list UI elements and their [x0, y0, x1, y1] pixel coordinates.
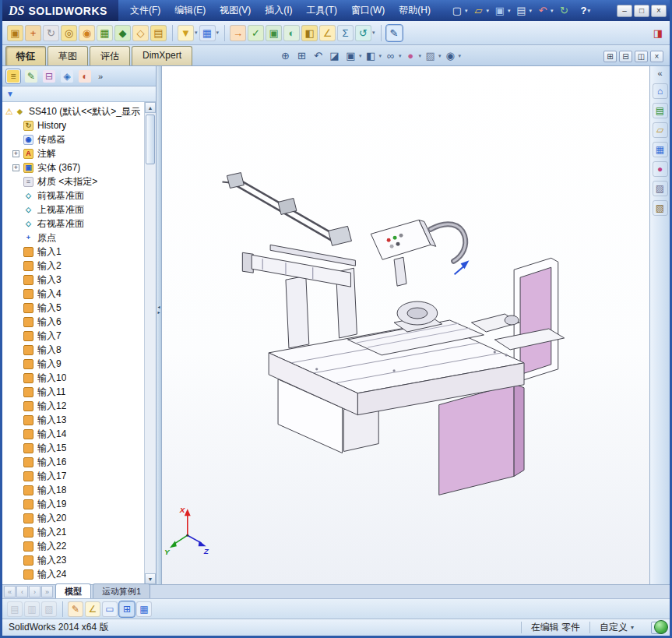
- bom-icon[interactable]: ▤ ▾: [150, 25, 167, 41]
- tree-item[interactable]: + ⚠ + 原点: [2, 231, 144, 245]
- scroll-up-icon[interactable]: ▲: [145, 102, 156, 113]
- tree-item[interactable]: + ⚠ ↻ History: [2, 118, 144, 132]
- display-style-icon[interactable]: ◧ ▾: [364, 48, 382, 63]
- view-palette-icon[interactable]: ▦: [653, 142, 668, 157]
- tree-item[interactable]: + ⚠ ◆ SS410 (默认<<默认>_显示: [2, 104, 144, 118]
- displaymanager-tab-icon[interactable]: ◐: [77, 69, 93, 84]
- commandmanager-tab[interactable]: 特征: [5, 46, 46, 65]
- commandmanager-tab[interactable]: 草图: [47, 46, 88, 65]
- rebuild-icon[interactable]: ↻ ▾: [555, 4, 572, 18]
- menu-item[interactable]: 插入(I): [258, 0, 299, 22]
- section-view-icon[interactable]: ◪ ▾: [327, 48, 342, 63]
- study-tab[interactable]: 运动算例1: [93, 583, 150, 598]
- drawing-table-icon[interactable]: ▦: [135, 601, 153, 617]
- fastener-icon[interactable]: ◆ ▾: [114, 25, 132, 41]
- shaded-display-icon[interactable]: ◐ ▾: [283, 25, 301, 41]
- tree-item[interactable]: + ⚠ 输入22: [2, 539, 144, 553]
- cascade-windows-icon[interactable]: ⊟: [619, 51, 632, 62]
- filter-funnel-icon[interactable]: ▼: [6, 90, 14, 98]
- four-view-icon[interactable]: ⊞: [118, 601, 135, 617]
- tree-item[interactable]: + ⚠ 输入4: [2, 287, 144, 301]
- undo-icon[interactable]: ↶ ▾: [534, 4, 555, 18]
- scroll-down-icon[interactable]: ▼: [145, 573, 156, 584]
- tree-item[interactable]: + ⚠ 输入5: [2, 301, 144, 315]
- tree-item[interactable]: + ⚠ 输入16: [2, 455, 144, 469]
- expand-icon[interactable]: +: [12, 164, 19, 171]
- view-orientation-icon[interactable]: ▣ ▾: [343, 48, 362, 63]
- tree-item[interactable]: + ⚠ 输入8: [2, 343, 144, 357]
- toolbar-options-icon[interactable]: ◨: [650, 25, 666, 41]
- tree-item[interactable]: + ⚠ 输入3: [2, 273, 144, 287]
- collapse-taskpane-icon[interactable]: «: [657, 69, 662, 78]
- tree-item[interactable]: + ⚠ 输入1: [2, 245, 144, 259]
- dimxpertmanager-tab-icon[interactable]: ◈: [59, 69, 75, 84]
- next-tab-icon[interactable]: ›: [29, 586, 40, 597]
- export-icon[interactable]: → ▾: [224, 25, 247, 41]
- configurationmanager-tab-icon[interactable]: ⊟: [41, 69, 57, 84]
- edit-sketch-icon[interactable]: ▣ ▾: [6, 25, 24, 41]
- appearances-icon[interactable]: ●: [653, 161, 668, 177]
- tree-item[interactable]: + ⚠ ◇ 上视基准面: [2, 203, 144, 217]
- scrollbar-thumb[interactable]: [146, 115, 155, 164]
- equations-icon[interactable]: Σ ▾: [336, 25, 354, 41]
- section-tool-icon[interactable]: ◧ ▾: [301, 25, 318, 41]
- verify-icon[interactable]: ✓ ▾: [247, 25, 265, 41]
- tree-item[interactable]: + ⚠ 输入21: [2, 525, 144, 539]
- new-document-icon[interactable]: ▢ ▾: [449, 4, 470, 18]
- custom-properties-icon[interactable]: ▧: [653, 200, 668, 216]
- commandmanager-tab[interactable]: 评估: [90, 46, 130, 65]
- tree-item[interactable]: + ⚠ 输入18: [2, 483, 144, 497]
- stamp-note-icon[interactable]: ▤: [6, 601, 23, 617]
- tree-item[interactable]: + ⚠ 输入9: [2, 357, 144, 371]
- sketch-pen-icon[interactable]: ✎ ▾: [381, 25, 403, 41]
- instant3d-icon[interactable]: ▣ ▾: [265, 25, 283, 41]
- smart-dimension-icon[interactable]: ∠: [84, 601, 101, 617]
- selection-filter-icon[interactable]: ▼ ▾: [172, 25, 199, 41]
- refresh-icon[interactable]: ↺ ▾: [354, 25, 376, 41]
- design-library-icon[interactable]: ▤: [653, 103, 668, 118]
- tree-item[interactable]: + ⚠ 输入13: [2, 413, 144, 427]
- splitter-collapse-icon[interactable]: ◂ ▸: [157, 305, 161, 315]
- print-icon[interactable]: ▤ ▾: [512, 4, 533, 18]
- grid-system-icon[interactable]: ▦ ▾: [199, 25, 220, 41]
- tree-item[interactable]: + ⚠ 输入7: [2, 329, 144, 343]
- expand-icon[interactable]: +: [12, 150, 19, 157]
- move-component-icon[interactable]: + ▾: [24, 25, 42, 41]
- previous-view-icon[interactable]: ↶ ▾: [311, 48, 325, 63]
- stamp-weld-icon[interactable]: ▧: [40, 601, 58, 617]
- last-tab-icon[interactable]: »: [41, 586, 53, 597]
- reference-geometry-icon[interactable]: ◇ ▾: [132, 25, 150, 41]
- tree-item[interactable]: + ⚠ ◇ 前视基准面: [2, 189, 144, 203]
- edit-appearance-icon[interactable]: ● ▾: [403, 48, 422, 63]
- pattern-icon[interactable]: ▦ ▾: [96, 25, 114, 41]
- open-icon[interactable]: ▱ ▾: [470, 4, 491, 18]
- help-menu-icon[interactable]: ?▾: [580, 5, 589, 16]
- measure-icon[interactable]: ∠ ▾: [318, 25, 336, 41]
- tree-item[interactable]: + ⚠ 输入20: [2, 511, 144, 525]
- propertymanager-tab-icon[interactable]: ✎: [23, 69, 39, 84]
- mate-icon[interactable]: ◉ ▾: [78, 25, 96, 41]
- menu-item[interactable]: 工具(T): [300, 0, 344, 22]
- menu-item[interactable]: 窗口(W): [344, 0, 392, 22]
- tree-item[interactable]: + ⚠ 输入23: [2, 553, 144, 567]
- tree-item[interactable]: + ⚠ 输入12: [2, 399, 144, 413]
- hide-show-items-icon[interactable]: ∞ ▾: [383, 48, 402, 63]
- resources-home-icon[interactable]: ⌂: [653, 83, 668, 99]
- maximize-window-icon[interactable]: □: [634, 5, 649, 17]
- tree-item[interactable]: + ⚠ 输入15: [2, 441, 144, 455]
- tree-item[interactable]: + ⚠ 输入17: [2, 469, 144, 483]
- tile-windows-icon[interactable]: ⊞: [603, 51, 617, 62]
- tree-item[interactable]: + ⚠ 输入11: [2, 385, 144, 399]
- panel-overflow-icon[interactable]: »: [98, 72, 103, 81]
- scenes-icon[interactable]: ▨: [653, 181, 668, 196]
- minimize-window-icon[interactable]: –: [617, 5, 632, 17]
- alert-icon[interactable]: ◎ ▾: [60, 25, 78, 41]
- tree-item[interactable]: + ⚠ 输入19: [2, 497, 144, 511]
- tree-item[interactable]: + ⚠ 输入10: [2, 371, 144, 385]
- tree-item[interactable]: + ⚠ 输入14: [2, 427, 144, 441]
- tree-item[interactable]: + ⚠ ◉ 传感器: [2, 132, 144, 146]
- tree-item[interactable]: + ⚠ 输入2: [2, 259, 144, 273]
- commandmanager-tab[interactable]: DimXpert: [132, 46, 192, 65]
- menu-item[interactable]: 视图(V): [213, 0, 258, 22]
- zoom-area-icon[interactable]: ⊞ ▾: [294, 48, 309, 63]
